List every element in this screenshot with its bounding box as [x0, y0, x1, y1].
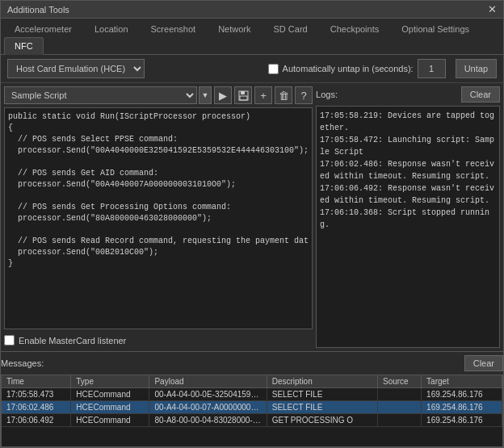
main-content: Sample Script ▼ ▶ + 🗑 ? [1, 83, 503, 351]
left-panel: Sample Script ▼ ▶ + 🗑 ? [4, 86, 313, 348]
delete-button[interactable]: 🗑 [275, 86, 292, 104]
play-button[interactable]: ▶ [214, 86, 232, 104]
messages-table-wrapper[interactable]: Time Type Payload Description Source Tar… [1, 375, 503, 447]
col-source: Source [377, 375, 421, 388]
enable-listener-row: Enable MasterCard listener [4, 333, 313, 348]
table-row[interactable]: 17:06:06.492HCECommand80-A8-00-00-04-830… [2, 414, 502, 427]
script-dropdown-btn[interactable]: ▼ [199, 86, 212, 104]
auto-untap-label: Automatically untap in (seconds): [283, 64, 414, 73]
tab-optional-settings[interactable]: Optional Settings [391, 20, 480, 38]
svg-rect-1 [241, 91, 245, 94]
tab-nfc[interactable]: NFC [4, 37, 44, 55]
col-time: Time [2, 375, 71, 388]
enable-listener-checkbox[interactable] [4, 335, 15, 345]
messages-section: Messages: Clear Time Type Payload Descri… [0, 351, 504, 447]
cell-time: 17:06:06.492 [2, 414, 71, 427]
cell-source [377, 388, 421, 401]
cell-description: SELECT FILE [267, 388, 377, 401]
delete-icon: 🗑 [279, 90, 289, 102]
help-button[interactable]: ? [295, 86, 313, 104]
tab-screenshot[interactable]: Screenshot [141, 20, 207, 38]
script-select[interactable]: Sample Script [4, 86, 197, 104]
close-button[interactable]: ✕ [488, 4, 497, 15]
title-bar: Additional Tools ✕ [1, 1, 503, 19]
logs-area: 17:05:58.219: Devices are tapped togethe… [316, 106, 500, 348]
nav-tabs: Accelerometer Location Screenshot Networ… [1, 19, 503, 55]
cell-type: HCECommand [71, 388, 149, 401]
untap-button[interactable]: Untap [456, 59, 497, 78]
messages-header: Messages: Clear [1, 352, 503, 375]
tab-sd-card[interactable]: SD Card [263, 20, 318, 38]
cell-type: HCECommand [71, 401, 149, 414]
auto-untap-seconds-input[interactable] [418, 59, 446, 78]
cell-source [377, 414, 421, 427]
script-toolbar: Sample Script ▼ ▶ + 🗑 ? [4, 86, 313, 104]
cell-time: 17:05:58.473 [2, 388, 71, 401]
col-description: Description [267, 375, 377, 388]
tab-location[interactable]: Location [84, 20, 139, 38]
log-entry: 17:06:06.492: Response wasn't received w… [320, 182, 496, 207]
table-row[interactable]: 17:06:02.486HCECommand00-A4-04-00-07-A00… [2, 401, 502, 414]
auto-untap-group: Automatically untap in (seconds): [268, 59, 446, 78]
enable-listener-label: Enable MasterCard listener [19, 336, 126, 345]
code-content: public static void Run(IScriptProcessor … [8, 111, 309, 270]
logs-label: Logs: [316, 90, 338, 99]
tab-network[interactable]: Network [208, 20, 261, 38]
additional-tools-window: Additional Tools ✕ Accelerometer Locatio… [0, 0, 504, 448]
cell-description: GET PROCESSING O [267, 414, 377, 427]
messages-table-header: Time Type Payload Description Source Tar… [2, 375, 502, 388]
messages-body: 17:05:58.473HCECommand00-A4-04-00-0E-325… [2, 388, 502, 427]
col-payload: Payload [149, 375, 267, 388]
save-icon [238, 90, 249, 101]
cell-payload: 80-A8-00-00-04-83028000-00 [149, 414, 267, 427]
messages-label: Messages: [1, 358, 44, 368]
hce-dropdown[interactable]: Host Card Emulation (HCE) [7, 59, 145, 78]
cell-payload: 00-A4-04-00-07-A000000003101O- [149, 401, 267, 414]
tab-checkpoints[interactable]: Checkpoints [320, 20, 390, 38]
clear-messages-button[interactable]: Clear [464, 355, 503, 371]
cell-description: SELECT FILE [267, 401, 377, 414]
log-entry: 17:06:02.486: Response wasn't received w… [320, 158, 496, 182]
table-row[interactable]: 17:05:58.473HCECommand00-A4-04-00-0E-325… [2, 388, 502, 401]
col-target: Target [422, 375, 502, 388]
log-entry: 17:05:58.219: Devices are tapped togethe… [320, 110, 496, 134]
clear-logs-button[interactable]: Clear [461, 86, 500, 103]
cell-target: 169.254.86.176 [422, 388, 502, 401]
cell-target: 169.254.86.176 [422, 401, 502, 414]
auto-untap-checkbox[interactable] [268, 64, 279, 74]
cell-target: 169.254.86.176 [422, 414, 502, 427]
code-editor[interactable]: public static void Run(IScriptProcessor … [4, 107, 313, 329]
tab-accelerometer[interactable]: Accelerometer [4, 20, 82, 38]
script-select-wrapper: Sample Script ▼ [4, 86, 212, 104]
log-entry: 17:05:58.472: Launching script: Sample S… [320, 134, 496, 158]
col-type: Type [71, 375, 149, 388]
hce-toolbar: Host Card Emulation (HCE) Automatically … [1, 55, 503, 83]
add-button[interactable]: + [254, 86, 272, 104]
svg-rect-2 [240, 96, 247, 100]
save-button[interactable] [234, 86, 252, 104]
cell-type: HCECommand [71, 414, 149, 427]
right-panel: Logs: Clear 17:05:58.219: Devices are ta… [316, 86, 500, 348]
logs-header: Logs: Clear [316, 86, 500, 103]
cell-source [377, 401, 421, 414]
messages-table: Time Type Payload Description Source Tar… [2, 375, 502, 427]
cell-payload: 00-A4-04-00-0E-325041592E53595 [149, 388, 267, 401]
cell-time: 17:06:02.486 [2, 401, 71, 414]
window-title: Additional Tools [7, 5, 69, 15]
log-entry: 17:06:10.368: Script stopped running. [320, 207, 496, 231]
